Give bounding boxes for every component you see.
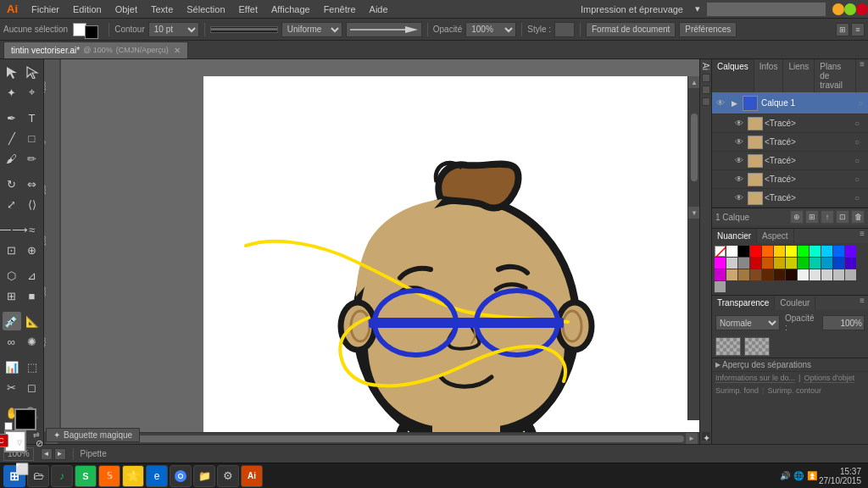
impression-dropdown[interactable]: ▾	[688, 0, 707, 18]
swatches-tab-nuancier[interactable]: Nuancier	[712, 229, 757, 243]
layer-move-btn[interactable]: ↑	[821, 210, 834, 224]
status-next-btn[interactable]: ►	[54, 448, 66, 460]
taskbar-folder[interactable]: 📁	[193, 465, 215, 487]
swatch-22[interactable]	[845, 258, 856, 269]
swatch-2[interactable]	[750, 246, 761, 257]
layer-delete-btn[interactable]: 🗑	[851, 210, 865, 224]
taskbar-ai[interactable]: Ai	[241, 465, 263, 487]
search-input[interactable]	[707, 3, 826, 16]
menu-selection[interactable]: Sélection	[180, 0, 231, 18]
swatch-13[interactable]	[738, 258, 749, 269]
extra-icon-2[interactable]: ≡	[851, 23, 865, 36]
color-mode-btn[interactable]: C	[0, 434, 8, 447]
shape-builder-tool[interactable]: ⊕	[23, 241, 42, 259]
stroke-size-dropdown[interactable]: 10 pt	[148, 22, 199, 37]
live-paint-tool[interactable]: ⬡	[3, 266, 21, 285]
reflect-tool[interactable]: ⇔	[23, 175, 42, 193]
menu-affichage[interactable]: Affichage	[264, 0, 317, 18]
swatch-28[interactable]	[774, 269, 785, 280]
layer-eye-calque1[interactable]: 👁	[714, 98, 727, 108]
hscroll-right-button[interactable]: ►	[686, 433, 698, 445]
swatch-25[interactable]	[738, 269, 749, 280]
swatch-20[interactable]	[821, 258, 832, 269]
layer-eye-trace2[interactable]: 👁	[732, 137, 746, 147]
layer-collect-btn[interactable]: ⊡	[836, 210, 849, 224]
vscroll-down-button[interactable]: ▼	[688, 207, 699, 219]
trans-menu-btn[interactable]: ≡	[856, 296, 868, 310]
trans-tab-transparence[interactable]: Transparence	[712, 296, 775, 310]
taskbar-settings[interactable]: ⚙	[217, 465, 239, 487]
strip-button-2[interactable]	[702, 86, 710, 94]
layer-row-trace3[interactable]: 👁 <Tracé> ○	[712, 152, 868, 170]
hscroll-thumb[interactable]	[59, 435, 684, 442]
swatch-3[interactable]	[762, 246, 773, 257]
shape-tool[interactable]: □	[23, 129, 42, 147]
swatch-23[interactable]	[715, 269, 726, 280]
trans-tab-couleur[interactable]: Couleur	[775, 296, 815, 310]
swatch-none[interactable]	[715, 246, 726, 257]
layer-add-layer-btn[interactable]: ⊕	[790, 210, 804, 224]
menu-aide[interactable]: Aide	[363, 0, 395, 18]
vertical-scrollbar[interactable]: ▲ ▼	[687, 76, 699, 420]
swatch-16[interactable]	[774, 258, 785, 269]
vscroll-track[interactable]	[688, 114, 699, 181]
swatch-11[interactable]	[715, 258, 726, 269]
swatch-18[interactable]	[798, 258, 809, 269]
tray-icon-3[interactable]: ⏫	[807, 471, 817, 480]
window-minimize-button[interactable]	[832, 3, 844, 15]
layers-menu-btn[interactable]: ≡	[856, 59, 868, 92]
swatch-17[interactable]	[786, 258, 797, 269]
layer-lock-calque1[interactable]: ○	[854, 98, 866, 108]
width-tool[interactable]: ⟵⟶	[3, 220, 21, 239]
swatch-10[interactable]	[845, 246, 856, 257]
swatch-15[interactable]	[762, 258, 773, 269]
magic-wand-tool[interactable]: ✦	[3, 83, 21, 102]
eraser-tool[interactable]: ◻	[23, 378, 42, 396]
swatch-32[interactable]	[821, 269, 832, 280]
pen-tool[interactable]: ✒	[3, 108, 21, 127]
window-maximize-button[interactable]	[844, 3, 856, 15]
taskbar-chrome[interactable]	[170, 465, 192, 487]
scale-tool[interactable]: ⤢	[3, 195, 21, 214]
swatch-7[interactable]	[810, 246, 821, 257]
shear-tool[interactable]: ⟨⟩	[23, 195, 42, 214]
selection-tool[interactable]	[3, 63, 21, 81]
swatch-0[interactable]	[726, 246, 737, 257]
menu-objet[interactable]: Objet	[108, 0, 144, 18]
default-colors-icon[interactable]	[4, 422, 13, 430]
layer-eye-trace3[interactable]: 👁	[732, 156, 746, 165]
taskbar-media-player[interactable]: ♪	[51, 465, 73, 487]
stroke-color[interactable]	[85, 25, 98, 39]
layer-circle-trace3[interactable]: ○	[854, 156, 866, 165]
swatch-33[interactable]	[833, 269, 844, 280]
layers-tab-infos[interactable]: Infos	[754, 59, 784, 92]
format-document-button[interactable]: Format de document	[586, 22, 676, 37]
swatch-34[interactable]	[845, 269, 856, 280]
artboard-tool[interactable]: ⬚	[23, 358, 42, 376]
perspective-tool[interactable]: ⊿	[23, 266, 42, 285]
swatch-5[interactable]	[786, 246, 797, 257]
mesh-tool[interactable]: ⊞	[3, 286, 21, 305]
measure-tool[interactable]: 📐	[23, 312, 42, 330]
type-tool[interactable]: T	[23, 108, 42, 127]
document-tab[interactable]: tintin vectoriser.ai* @ 100% (CMJN/Aperç…	[3, 42, 188, 58]
menu-fichier[interactable]: Fichier	[25, 0, 66, 18]
layer-row-trace1[interactable]: 👁 <Tracé> ○	[712, 114, 868, 133]
swatch-19[interactable]	[810, 258, 821, 269]
swatch-1[interactable]	[738, 246, 749, 257]
swatch-35[interactable]	[715, 281, 726, 292]
gradient-tool[interactable]: ■	[23, 286, 42, 305]
document-canvas[interactable]	[203, 76, 699, 432]
eyedropper-tool[interactable]: 💉	[3, 312, 21, 330]
menu-texte[interactable]: Texte	[144, 0, 180, 18]
window-close-button[interactable]	[856, 3, 868, 15]
menu-effet[interactable]: Effet	[232, 0, 264, 18]
screen-mode-btn[interactable]: ⬜	[13, 459, 31, 478]
blend-tool[interactable]: ∞	[3, 332, 21, 351]
chart-tool[interactable]: 📊	[3, 358, 21, 376]
layer-row-trace5[interactable]: 👁 <Tracé> ○	[712, 189, 868, 208]
pencil-tool[interactable]: ✏	[23, 149, 42, 168]
swatch-14[interactable]	[750, 258, 761, 269]
strip-label-1[interactable]: Ai	[701, 63, 710, 70]
arrow-preview[interactable]	[346, 22, 422, 37]
